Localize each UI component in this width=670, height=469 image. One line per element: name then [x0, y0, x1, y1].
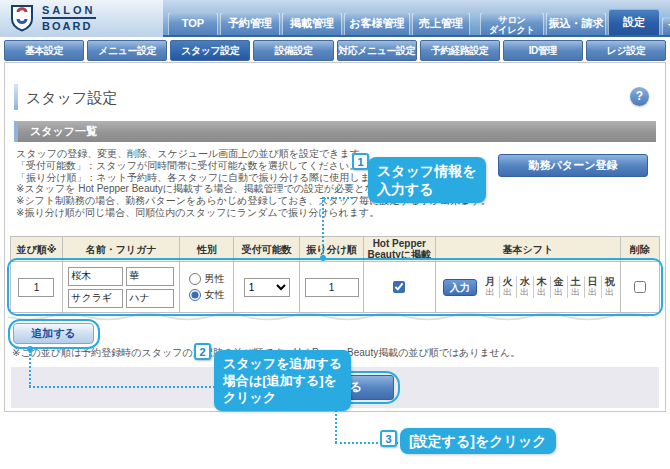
subnav-staff-settings[interactable]: スタッフ設定	[170, 40, 250, 61]
gender-male-option[interactable]: 男性	[189, 272, 224, 286]
shift-day-sat: 土出	[567, 276, 584, 298]
tab-reservation-mgmt[interactable]: 予約管理	[220, 12, 280, 35]
subnav-booking-route-settings[interactable]: 予約経路設定	[420, 40, 500, 61]
shift-day-wed: 水出	[516, 276, 533, 298]
shift-day-hol: 祝出	[601, 276, 618, 298]
salon-board-staff-settings-screen: SALON BOARD TOP 予約管理 掲載管理 お客様管理 売上管理 サロン…	[0, 0, 670, 469]
shift-input-button[interactable]: 入力	[443, 279, 477, 296]
first-kana-input[interactable]	[126, 289, 174, 308]
gender-female-option[interactable]: 女性	[189, 288, 224, 302]
hpb-publish-checkbox[interactable]	[393, 281, 405, 293]
col-header-capacity: 受付可能数	[234, 237, 300, 262]
tab-listing-mgmt[interactable]: 掲載管理	[282, 12, 342, 35]
capacity-cell: 1	[234, 262, 300, 312]
tab-transfer-billing[interactable]: 振込・請求	[546, 12, 606, 35]
table-header-row: 並び順※ 名前・フリガナ 性別 受付可能数 振り分け順 Hot Pepper B…	[11, 237, 659, 262]
tab-sales-mgmt[interactable]: 売上管理	[412, 12, 470, 35]
help-icon[interactable]: ?	[630, 87, 649, 106]
callout-3-badge: 3	[380, 430, 397, 447]
salon-board-logo-icon	[10, 4, 34, 32]
brand-board: BOARD	[42, 20, 96, 32]
col-header-basic-shift: 基本シフト	[436, 237, 621, 262]
shift-day-fri: 金出	[550, 276, 567, 298]
last-kana-input[interactable]	[68, 289, 123, 308]
tab-customer-mgmt[interactable]: お客様管理	[344, 12, 410, 35]
staff-row: 男性 女性 1 入力	[11, 262, 659, 312]
subnav-menu-mapping-settings[interactable]: 対応メニュー設定	[337, 40, 417, 61]
callout-3-connector	[335, 407, 337, 443]
subnav-basic-settings[interactable]: 基本設定	[4, 40, 84, 61]
brand-salon: SALON	[42, 4, 96, 19]
logo-area[interactable]: SALON BOARD	[0, 0, 163, 37]
callout-3-bubble: [設定する]をクリック	[400, 428, 556, 454]
gender-cell: 男性 女性	[180, 262, 234, 312]
work-pattern-register-button[interactable]: 勤務パターン登録	[498, 154, 648, 177]
gender-male-label: 男性	[204, 272, 224, 286]
main-nav: TOP 予約管理 掲載管理 お客様管理 売上管理 サロン ダイレクト 振込・請求…	[168, 9, 670, 35]
col-header-order: 並び順※	[11, 237, 63, 262]
page-title-accent	[14, 84, 18, 110]
callout-2-connector	[29, 351, 31, 387]
tab-salon-direct[interactable]: サロン ダイレクト	[480, 12, 544, 35]
callout-2-connector	[29, 386, 215, 388]
callout-1-bubble: スタッフ情報を 入力する	[368, 157, 486, 203]
staff-table: 並び順※ 名前・フリガナ 性別 受付可能数 振り分け順 Hot Pepper B…	[10, 236, 660, 313]
nav-dropdown-button[interactable]	[662, 17, 670, 35]
last-name-input[interactable]	[68, 267, 123, 286]
gender-female-radio[interactable]	[189, 289, 201, 301]
basic-shift-cell: 入力 月出 火出 水出 木出 金出 土出 日出 祝出	[436, 262, 621, 312]
tab-top[interactable]: TOP	[168, 12, 218, 35]
capacity-select[interactable]: 1	[244, 278, 290, 297]
order-input[interactable]	[18, 278, 54, 297]
subnav-equipment-settings[interactable]: 設備設定	[253, 40, 333, 61]
delete-cell	[621, 262, 659, 312]
shift-day-tue: 火出	[499, 276, 516, 298]
name-cell	[63, 262, 181, 312]
tab-settings[interactable]: 設定	[608, 9, 660, 35]
subnav-register-settings[interactable]: レジ設定	[586, 40, 666, 61]
callout-2-bubble: スタッフを追加する 場合は[追加する]を クリック	[214, 350, 351, 411]
description-line: ※振り分け順が同じ場合、同順位内のスタッフにランダムで振り分けられます。	[16, 207, 496, 219]
col-header-assign-order: 振り分け順	[300, 237, 364, 262]
col-header-hpb: Hot Pepper Beautyに掲載	[364, 237, 436, 262]
shift-day-sun: 日出	[584, 276, 601, 298]
delete-checkbox[interactable]	[634, 281, 646, 293]
assign-order-cell	[300, 262, 364, 312]
global-header: SALON BOARD TOP 予約管理 掲載管理 お客様管理 売上管理 サロン…	[0, 0, 670, 37]
add-staff-button[interactable]: 追加する	[13, 323, 94, 344]
subnav-menu-settings[interactable]: メニュー設定	[87, 40, 167, 61]
assign-order-input[interactable]	[305, 278, 359, 297]
gender-female-label: 女性	[204, 288, 224, 302]
callout-1-badge: 1	[352, 153, 369, 170]
shift-day-mon: 月出	[482, 276, 499, 298]
callout-1-connector	[323, 197, 353, 199]
col-header-delete: 削除	[621, 237, 659, 262]
col-header-gender: 性別	[180, 237, 234, 262]
order-cell	[11, 262, 63, 312]
hpb-cell	[364, 262, 436, 312]
staff-list-section-header: スタッフ一覧	[14, 121, 656, 142]
settings-subnav: 基本設定 メニュー設定 スタッフ設定 設備設定 対応メニュー設定 予約経路設定 …	[4, 40, 666, 61]
subnav-id-management[interactable]: ID管理	[503, 40, 583, 61]
gender-male-radio[interactable]	[189, 273, 201, 285]
shift-day-thu: 木出	[533, 276, 550, 298]
first-name-input[interactable]	[126, 267, 174, 286]
callout-2-badge: 2	[194, 343, 211, 360]
callout-1-connector	[322, 197, 324, 257]
callout-1-endpoint	[320, 255, 326, 261]
col-header-name: 名前・フリガナ	[63, 237, 181, 262]
brand-wordmark: SALON BOARD	[42, 4, 96, 32]
page-title: スタッフ設定	[26, 89, 117, 108]
